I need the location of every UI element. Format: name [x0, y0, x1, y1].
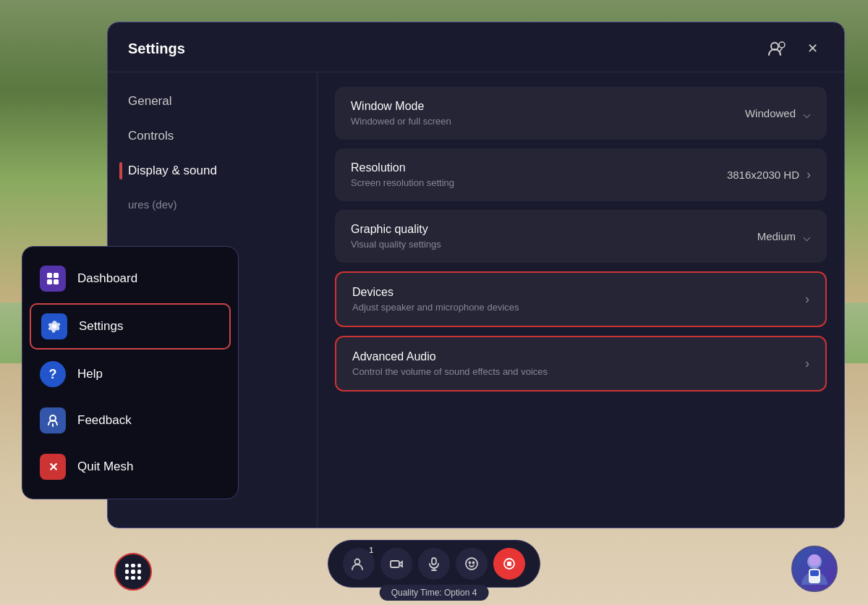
menu-label-dashboard: Dashboard — [77, 271, 137, 286]
sidebar-label-general: General — [128, 94, 171, 109]
svg-rect-4 — [47, 279, 52, 284]
setting-row-resolution[interactable]: Resolution Screen resolution setting 381… — [335, 148, 827, 201]
graphic-quality-right: Medium ⌵ — [757, 229, 811, 245]
taskbar-mic-button[interactable] — [418, 548, 450, 580]
graphic-quality-value: Medium — [757, 230, 796, 242]
grid-icon — [125, 564, 141, 580]
menu-item-help[interactable]: ? Help — [22, 351, 238, 397]
svg-point-12 — [466, 558, 477, 570]
svg-point-13 — [469, 562, 471, 564]
graphic-quality-chevron-down-icon: ⌵ — [803, 229, 811, 245]
menu-label-help: Help — [77, 367, 103, 381]
setting-row-advanced-audio[interactable]: Advanced Audio Control the volume of sou… — [335, 336, 827, 392]
window-mode-title: Window Mode — [351, 100, 451, 113]
feedback-icon — [40, 407, 66, 433]
status-text: Quality Time: Option 4 — [391, 588, 477, 598]
svg-point-7 — [355, 559, 360, 564]
setting-row-devices[interactable]: Devices Adjust speaker and microphone de… — [335, 271, 827, 327]
setting-row-left-resolution: Resolution Screen resolution setting — [351, 161, 454, 188]
settings-title: Settings — [128, 41, 185, 57]
window-mode-chevron-down-icon: ⌵ — [803, 106, 811, 122]
resolution-title: Resolution — [351, 161, 454, 174]
menu-item-feedback[interactable]: Feedback — [22, 397, 238, 444]
window-mode-subtitle: Windowed or full screen — [351, 116, 451, 127]
svg-point-18 — [809, 554, 820, 566]
setting-row-window-mode[interactable]: Window Mode Windowed or full screen Wind… — [335, 87, 827, 140]
svg-rect-3 — [54, 273, 59, 278]
devices-title: Devices — [352, 286, 519, 299]
sidebar-item-display-sound[interactable]: Display & sound — [108, 153, 317, 188]
setting-row-left-window-mode: Window Mode Windowed or full screen — [351, 100, 451, 127]
menu-label-settings: Settings — [79, 319, 123, 334]
resolution-value: 3816x2030 HD — [727, 169, 799, 181]
graphic-quality-title: Graphic quality — [351, 223, 441, 236]
taskbar-camera-button[interactable] — [380, 548, 412, 580]
help-icon: ? — [40, 361, 66, 387]
resolution-chevron-right-icon: › — [807, 167, 811, 182]
close-icon: ✕ — [807, 41, 818, 56]
setting-row-left-advanced-audio: Advanced Audio Control the volume of sou… — [352, 350, 548, 377]
close-button[interactable]: ✕ — [801, 37, 824, 60]
sidebar-item-general[interactable]: General — [108, 84, 317, 119]
advanced-audio-title: Advanced Audio — [352, 350, 548, 363]
devices-right: › — [805, 292, 809, 307]
svg-rect-16 — [507, 562, 511, 566]
sidebar-item-controls[interactable]: Controls — [108, 119, 317, 153]
setting-row-graphic-quality[interactable]: Graphic quality Visual quality settings … — [335, 210, 827, 263]
avatar-button[interactable] — [791, 546, 838, 592]
setting-row-left-graphic-quality: Graphic quality Visual quality settings — [351, 223, 441, 250]
sidebar-label-display-sound: Display & sound — [128, 164, 217, 178]
dashboard-icon — [40, 266, 66, 292]
settings-header: Settings ✕ — [108, 22, 844, 72]
settings-gear-icon — [41, 313, 67, 339]
taskbar: 1 — [328, 540, 540, 588]
setting-row-left-devices: Devices Adjust speaker and microphone de… — [352, 286, 519, 313]
svg-rect-5 — [54, 279, 59, 284]
multiuser-icon-btn[interactable] — [766, 37, 789, 60]
settings-content: Window Mode Windowed or full screen Wind… — [318, 72, 844, 528]
quit-icon: ✕ — [40, 454, 66, 480]
menu-label-feedback: Feedback — [77, 413, 132, 428]
graphic-quality-subtitle: Visual quality settings — [351, 239, 441, 250]
resolution-right: 3816x2030 HD › — [727, 167, 811, 182]
devices-chevron-right-icon: › — [805, 292, 809, 307]
people-badge: 1 — [369, 546, 373, 554]
svg-rect-8 — [391, 561, 399, 567]
taskbar-record-button[interactable] — [493, 548, 525, 580]
taskbar-emoji-button[interactable] — [456, 548, 488, 580]
menu-item-dashboard[interactable]: Dashboard — [22, 255, 238, 302]
svg-point-14 — [473, 562, 475, 564]
devices-subtitle: Adjust speaker and microphone devices — [352, 302, 519, 313]
window-mode-value: Windowed — [745, 107, 796, 119]
svg-rect-9 — [432, 558, 436, 564]
svg-rect-2 — [47, 273, 52, 278]
app-menu: Dashboard Settings ? Help Feedback — [22, 246, 239, 499]
menu-item-settings[interactable]: Settings — [30, 303, 231, 350]
advanced-audio-subtitle: Control the volume of sound effects and … — [352, 366, 548, 377]
window-mode-right: Windowed ⌵ — [745, 106, 811, 122]
grid-menu-button[interactable] — [114, 553, 152, 591]
advanced-audio-chevron-right-icon: › — [805, 356, 809, 371]
resolution-subtitle: Screen resolution setting — [351, 177, 454, 188]
menu-label-quit: Quit Mesh — [77, 460, 133, 474]
svg-point-1 — [779, 42, 785, 48]
sidebar-label-controls: Controls — [128, 129, 174, 143]
menu-item-quit[interactable]: ✕ Quit Mesh — [22, 444, 238, 490]
advanced-audio-right: › — [805, 356, 809, 371]
svg-rect-20 — [810, 570, 819, 576]
taskbar-people-button[interactable]: 1 — [343, 548, 375, 580]
sidebar-item-dev: ures (dev) — [108, 188, 317, 221]
header-icons: ✕ — [766, 37, 824, 60]
status-bar: Quality Time: Option 4 — [380, 585, 489, 601]
